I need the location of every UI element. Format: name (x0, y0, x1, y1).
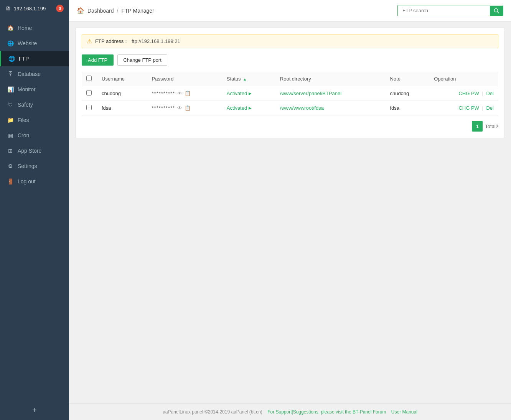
add-ftp-button[interactable]: Add FTP (82, 54, 114, 66)
sidebar-item-database[interactable]: 🗄 Database (0, 66, 69, 82)
select-all-checkbox[interactable] (86, 76, 92, 81)
op-sep-2: | (482, 105, 483, 111)
sidebar-item-label: Log out (18, 178, 36, 184)
th-password: Password (147, 72, 222, 86)
ftp-address-bar: ⚠ FTP address： ftp://192.168.1.199:21 (82, 34, 498, 48)
row-checkbox-2[interactable] (86, 105, 92, 110)
sidebar-item-label: Home (18, 25, 32, 31)
ftp-table: Username Password Status ▲ Root director… (82, 72, 498, 115)
warning-icon: ⚠ (87, 38, 92, 45)
note-value-1: chudong (390, 91, 409, 96)
sidebar-item-cron[interactable]: ▦ Cron (0, 128, 69, 143)
sidebar-item-safety[interactable]: 🛡 Safety (0, 97, 69, 112)
ftp-address-value: ftp://192.168.1.199:21 (132, 38, 180, 44)
monitor-icon: 🖥 (5, 5, 11, 12)
page-1-button[interactable]: 1 (472, 121, 483, 132)
username-value-2: fdsa (102, 105, 111, 111)
chg-pw-link-2[interactable]: CHG PW (458, 105, 479, 111)
table-header: Username Password Status ▲ Root director… (82, 72, 498, 86)
top-bar: 🏠 Dashboard / FTP Manager (69, 0, 511, 21)
sort-icon: ▲ (243, 77, 247, 81)
total-label: Total2 (485, 124, 498, 129)
breadcrumb-current: FTP Manager (121, 8, 154, 14)
change-ftp-port-button[interactable]: Change FTP port (117, 54, 167, 66)
td-note-1: chudong (385, 86, 429, 101)
th-status: Status ▲ (222, 72, 275, 86)
footer-copyright: aaPanelLinux panel ©2014-2019 aaPanel (b… (163, 409, 262, 415)
table-row: fdsa ********** 👁 📋 (82, 101, 498, 115)
ftp-icon: 🌐 (8, 56, 15, 62)
monitor-nav-icon: 📊 (7, 86, 14, 92)
th-username: Username (97, 72, 147, 86)
website-icon: 🌐 (7, 40, 14, 46)
search-button[interactable] (490, 6, 503, 16)
appstore-icon: ⊞ (7, 148, 14, 154)
svg-line-1 (498, 12, 499, 13)
search-icon (494, 8, 499, 13)
copy-icon-1[interactable]: 📋 (185, 91, 191, 96)
td-check-2 (82, 101, 97, 115)
td-username-1: chudong (97, 86, 147, 101)
play-icon-2: ▶ (249, 106, 252, 110)
sidebar-item-files[interactable]: 📁 Files (0, 112, 69, 128)
chg-pw-link-1[interactable]: CHG PW (458, 91, 479, 96)
td-status-2: Activated ▶ (222, 101, 275, 115)
del-link-2[interactable]: Del (486, 105, 494, 111)
sidebar-item-appstore[interactable]: ⊞ App Store (0, 143, 69, 158)
action-bar: Add FTP Change FTP port (82, 54, 498, 66)
breadcrumb-home[interactable]: Dashboard (87, 8, 114, 14)
td-status-1: Activated ▶ (222, 86, 275, 101)
sidebar-item-label: Files (18, 117, 29, 123)
add-button[interactable]: + (5, 406, 64, 415)
td-password-2: ********** 👁 📋 (147, 101, 222, 115)
home-breadcrumb-icon: 🏠 (77, 7, 84, 14)
server-ip: 192.168.1.199 (14, 6, 46, 12)
pwd-dots-1: ********** (152, 91, 175, 96)
sidebar-item-home[interactable]: 🏠 Home (0, 20, 69, 36)
page-content: ⚠ FTP address： ftp://192.168.1.199:21 Ad… (69, 21, 511, 404)
td-username-2: fdsa (97, 101, 147, 115)
th-check (82, 72, 97, 86)
notification-badge[interactable]: 0 (56, 5, 64, 12)
ftp-address-label: FTP address： (95, 38, 129, 45)
root-dir-link-1[interactable]: /www/server/panel/BTPanel (280, 91, 341, 96)
sidebar-add-section: + (0, 400, 69, 420)
password-cell-2: ********** 👁 📋 (152, 105, 218, 111)
sidebar-item-ftp[interactable]: 🌐 FTP (0, 51, 69, 66)
main-content: 🏠 Dashboard / FTP Manager ⚠ (69, 0, 511, 420)
search-input[interactable] (398, 5, 490, 16)
shield-icon: 🛡 (7, 102, 14, 108)
td-root-dir-2: /www/wwwroot/fdsa (275, 101, 386, 115)
sidebar-item-label: Settings (18, 163, 37, 169)
play-icon-1: ▶ (249, 91, 252, 96)
sidebar-item-settings[interactable]: ⚙ Settings (0, 158, 69, 174)
footer-support-link[interactable]: For Support|Suggestions, please visit th… (267, 409, 386, 415)
footer: aaPanelLinux panel ©2014-2019 aaPanel (b… (69, 404, 511, 420)
sidebar: 🖥 192.168.1.199 0 🏠 Home 🌐 Website 🌐 FTP… (0, 0, 69, 420)
del-link-1[interactable]: Del (486, 91, 494, 96)
breadcrumb-separator: / (117, 8, 119, 14)
sidebar-item-website[interactable]: 🌐 Website (0, 36, 69, 51)
pwd-dots-2: ********** (152, 105, 175, 111)
status-value-1: Activated ▶ (227, 91, 271, 96)
td-operation-2: CHG PW | Del (429, 101, 498, 115)
root-dir-link-2[interactable]: /www/wwwroot/fdsa (280, 105, 324, 111)
row-checkbox-1[interactable] (86, 90, 92, 96)
activated-label-2: Activated (227, 105, 247, 111)
sidebar-item-logout[interactable]: 🚪 Log out (0, 174, 69, 189)
cron-icon: ▦ (7, 132, 14, 138)
table-row: chudong ********** 👁 📋 (82, 86, 498, 101)
folder-icon: 📁 (7, 117, 14, 123)
eye-icon-2[interactable]: 👁 (177, 105, 182, 111)
td-check-1 (82, 86, 97, 101)
eye-icon-1[interactable]: 👁 (177, 91, 182, 96)
content-panel: ⚠ FTP address： ftp://192.168.1.199:21 Ad… (75, 28, 505, 138)
sidebar-item-monitor[interactable]: 📊 Monitor (0, 82, 69, 97)
password-cell-1: ********** 👁 📋 (152, 91, 218, 96)
gear-icon: ⚙ (7, 163, 14, 169)
table-body: chudong ********** 👁 📋 (82, 86, 498, 115)
copy-icon-2[interactable]: 📋 (185, 105, 191, 111)
footer-manual-link[interactable]: User Manual (391, 409, 417, 415)
sidebar-item-label: Monitor (18, 86, 36, 92)
sidebar-nav: 🏠 Home 🌐 Website 🌐 FTP 🗄 Database 📊 Moni… (0, 17, 69, 400)
